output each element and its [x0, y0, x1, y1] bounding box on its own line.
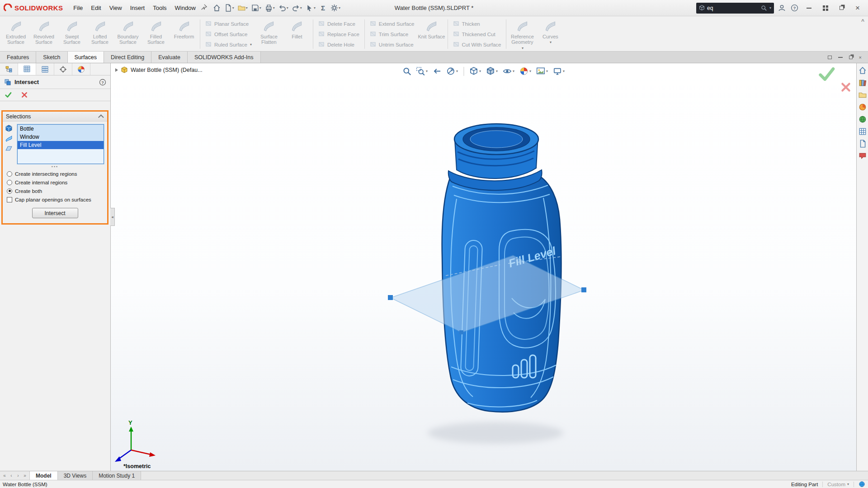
tab-features[interactable]: Features	[0, 52, 36, 63]
selections-group-header[interactable]: Selections	[3, 112, 107, 122]
status-globe-icon[interactable]	[859, 481, 865, 488]
display-manager-tab[interactable]	[72, 63, 90, 75]
delete-hole-button[interactable]: Delete Hole	[318, 40, 359, 49]
edit-appearance-button[interactable]: ▾	[518, 66, 533, 77]
trim-surface-button[interactable]: Trim Surface	[370, 29, 415, 39]
tab-direct-editing[interactable]: Direct Editing	[104, 52, 151, 63]
redo-button[interactable]: ▾	[291, 2, 303, 14]
tab-sketch[interactable]: Sketch	[36, 52, 67, 63]
thickened-cut-button[interactable]: Thickened Cut	[453, 29, 501, 39]
plane-handle-left[interactable]	[388, 295, 393, 300]
curves-button[interactable]: Curves▾	[536, 17, 564, 51]
menu-tools[interactable]: Tools	[149, 2, 170, 14]
extend-surface-button[interactable]: Extend Surface	[370, 19, 415, 28]
reference-geometry-button[interactable]: Reference Geometry▾	[508, 17, 536, 51]
selection-item-fill-level[interactable]: Fill Level	[18, 141, 104, 149]
selection-item-window[interactable]: Window	[18, 133, 104, 141]
save-button[interactable]: ▾	[250, 2, 263, 14]
view-orientation-button[interactable]: ▾	[467, 66, 483, 77]
search-scope-icon[interactable]	[699, 5, 705, 11]
pack-and-go-icon[interactable]	[859, 140, 867, 148]
feature-tree-root[interactable]: Water Bottle (SSM) (Defau...	[131, 67, 203, 73]
select-tool-button[interactable]: ▾	[304, 2, 317, 14]
intersect-button[interactable]: Intersect	[32, 208, 78, 218]
design-library-icon[interactable]	[859, 79, 867, 87]
collapse-chevron-icon[interactable]	[98, 114, 104, 120]
expand-tree-icon[interactable]	[115, 68, 118, 72]
replace-face-button[interactable]: Replace Face	[318, 29, 359, 39]
revolved-surface-button[interactable]: Revolved Surface	[30, 17, 58, 51]
tab-evaluate[interactable]: Evaluate	[151, 52, 188, 63]
radio-icon[interactable]	[7, 171, 12, 177]
appearances-scenes-icon[interactable]	[859, 115, 867, 123]
checkbox-cap-planar-openings[interactable]: Cap planar openings on surfaces	[3, 195, 107, 204]
hide-show-items-button[interactable]: ▾	[501, 66, 516, 77]
property-manager-tab[interactable]	[18, 63, 36, 75]
solidworks-resources-icon[interactable]	[859, 66, 867, 75]
open-document-button[interactable]: ▾	[236, 2, 249, 14]
fillet-button[interactable]: Fillet	[283, 17, 311, 51]
list-resize-handle[interactable]: •••	[3, 165, 107, 169]
file-explorer-icon[interactable]	[859, 91, 867, 99]
first-tab-icon[interactable]: «	[1, 473, 8, 478]
help-icon[interactable]	[789, 3, 799, 13]
extruded-surface-button[interactable]: Extruded Surface	[2, 17, 30, 51]
plane-handle-front[interactable]	[459, 330, 463, 334]
radio-icon[interactable]	[7, 180, 12, 185]
radio-create-intersecting-regions[interactable]: Create intersecting regions	[3, 169, 107, 178]
confirm-cancel-icon[interactable]	[840, 81, 852, 93]
next-tab-icon[interactable]: ›	[15, 473, 21, 478]
radio-create-internal-regions[interactable]: Create internal regions	[3, 178, 107, 187]
plane-handle-right[interactable]	[581, 287, 586, 292]
radio-create-both[interactable]: Create both	[3, 187, 107, 195]
workspace-layout-button[interactable]	[818, 2, 832, 14]
panel-collapse-handle[interactable]: ◂	[110, 208, 115, 226]
menu-window[interactable]: Window	[171, 2, 200, 14]
display-style-button[interactable]: ▾	[484, 66, 500, 77]
tab-surfaces[interactable]: Surfaces	[68, 52, 104, 63]
model-scene[interactable]: Fill Level	[111, 63, 856, 471]
search-dropdown-icon[interactable]: ▾	[769, 6, 771, 10]
cut-with-surface-button[interactable]: Cut With Surface	[453, 40, 501, 49]
print-button[interactable]: ▾	[264, 2, 276, 14]
units-dropdown[interactable]: Custom ▾	[827, 482, 849, 487]
freeform-button[interactable]: Freeform	[170, 17, 198, 51]
selection-item-bottle[interactable]: Bottle	[18, 125, 104, 133]
selection-list[interactable]: Bottle Window Fill Level	[17, 124, 104, 164]
previous-view-button[interactable]	[431, 66, 443, 77]
search-icon[interactable]	[761, 5, 767, 11]
boundary-surface-button[interactable]: Boundary Surface	[114, 17, 142, 51]
restore-button[interactable]	[835, 2, 848, 14]
home-button[interactable]	[212, 2, 222, 14]
view-palette-icon[interactable]	[859, 103, 867, 111]
feature-manager-tab[interactable]	[0, 63, 18, 75]
tab-model[interactable]: Model	[30, 471, 58, 480]
ok-button[interactable]	[5, 91, 12, 99]
view-settings-button[interactable]: ▾	[551, 66, 566, 77]
checkbox-icon[interactable]	[7, 197, 12, 202]
ruled-surface-button[interactable]: Ruled Surface▾	[205, 40, 252, 49]
filled-surface-button[interactable]: Filled Surface	[142, 17, 170, 51]
search-input[interactable]	[707, 5, 759, 11]
knit-surface-button[interactable]: Knit Surface	[418, 17, 446, 51]
section-view-button[interactable]: ▾	[444, 66, 460, 77]
help-icon[interactable]	[99, 79, 106, 86]
menu-edit[interactable]: Edit	[87, 2, 105, 14]
pin-menu-icon[interactable]	[201, 4, 207, 12]
doc-close-button[interactable]: ×	[859, 55, 862, 60]
configuration-manager-tab[interactable]	[36, 63, 54, 75]
apply-scene-button[interactable]: ▾	[534, 66, 550, 77]
user-account-icon[interactable]	[777, 3, 787, 13]
planar-surface-button[interactable]: Planar Surface	[205, 19, 252, 28]
lofted-surface-button[interactable]: Lofted Surface	[86, 17, 114, 51]
menu-insert[interactable]: Insert	[126, 2, 149, 14]
offset-surface-button[interactable]: Offset Surface	[205, 29, 252, 39]
zoom-to-area-button[interactable]: ▾	[414, 66, 429, 77]
dimxpert-manager-tab[interactable]	[54, 63, 72, 75]
swept-surface-button[interactable]: Swept Surface	[58, 17, 86, 51]
confirm-ok-icon[interactable]	[817, 65, 835, 83]
surface-flatten-button[interactable]: Surface Flatten	[255, 17, 283, 51]
tab-motion-study-1[interactable]: Motion Study 1	[93, 471, 141, 480]
previous-tab-icon[interactable]: ‹	[8, 473, 14, 478]
cancel-button[interactable]	[21, 91, 28, 99]
